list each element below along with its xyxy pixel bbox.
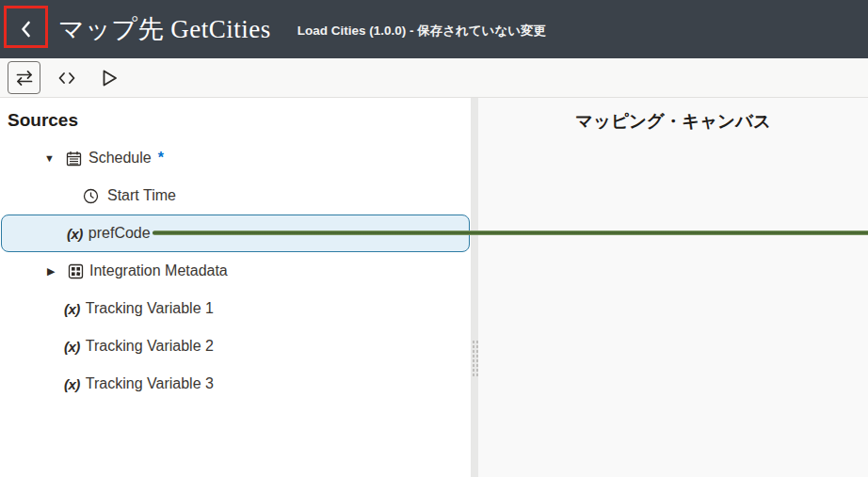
clock-icon [83, 188, 99, 204]
tree-item-start-time[interactable]: Start Time [0, 177, 471, 215]
tree-item-label: Integration Metadata [89, 262, 228, 279]
caret-right-icon[interactable]: ▶ [47, 265, 60, 278]
tree-item-label: Tracking Variable 3 [86, 375, 214, 392]
calendar-icon [66, 151, 82, 167]
tree-item-label: Tracking Variable 2 [86, 338, 214, 355]
mapper-toolbar [0, 58, 868, 98]
fx-icon: (x) [64, 339, 80, 355]
chevron-left-icon [14, 17, 39, 41]
integration-subtitle: Load Cities (1.0.0) - 保存されていない変更 [297, 23, 546, 40]
back-button[interactable] [0, 0, 53, 58]
fx-icon: (x) [64, 376, 80, 392]
tree-item-label: Schedule [88, 150, 152, 167]
mapper-content: Sources ▼ Sch [0, 98, 868, 477]
required-marker: * [158, 150, 164, 167]
fx-icon: (x) [67, 226, 83, 242]
toggle-mapper-view-button[interactable] [8, 61, 40, 94]
panel-resize-divider[interactable] [471, 98, 478, 477]
header-bar: マップ先 GetCities Load Cities (1.0.0) - 保存さ… [0, 0, 868, 58]
page-title: マップ先 GetCities [58, 12, 271, 46]
code-view-button[interactable] [50, 61, 83, 94]
tree-item-integration-metadata[interactable]: ▶ Integration Metadata [0, 252, 471, 290]
run-test-button[interactable] [92, 61, 125, 94]
mapping-canvas-panel: マッピング・キャンバス [478, 98, 868, 477]
metadata-icon [68, 263, 84, 279]
swap-arrows-icon [13, 67, 36, 89]
code-icon [56, 67, 78, 89]
tree-item-label: Tracking Variable 1 [86, 300, 214, 317]
drag-grip-icon[interactable] [471, 339, 478, 376]
tree-item-label: prefCode [88, 225, 151, 242]
tree-item-schedule[interactable]: ▼ Schedule * [0, 139, 471, 177]
tree-item-tracking-variable-1[interactable]: (x) Tracking Variable 1 [0, 290, 471, 327]
tree-item-label: Start Time [107, 187, 176, 204]
mapper-window: マップ先 GetCities Load Cities (1.0.0) - 保存さ… [0, 0, 868, 477]
caret-down-icon[interactable]: ▼ [44, 152, 57, 164]
sources-panel: Sources ▼ Sch [0, 98, 471, 477]
canvas-title: マッピング・キャンバス [478, 98, 868, 133]
play-icon [98, 67, 121, 89]
sources-heading: Sources [0, 98, 471, 139]
tree-item-prefcode-selected[interactable]: (x) prefCode [1, 215, 470, 252]
tree-item-tracking-variable-3[interactable]: (x) Tracking Variable 3 [0, 365, 471, 403]
tree-item-tracking-variable-2[interactable]: (x) Tracking Variable 2 [0, 327, 471, 365]
fx-icon: (x) [64, 301, 80, 317]
